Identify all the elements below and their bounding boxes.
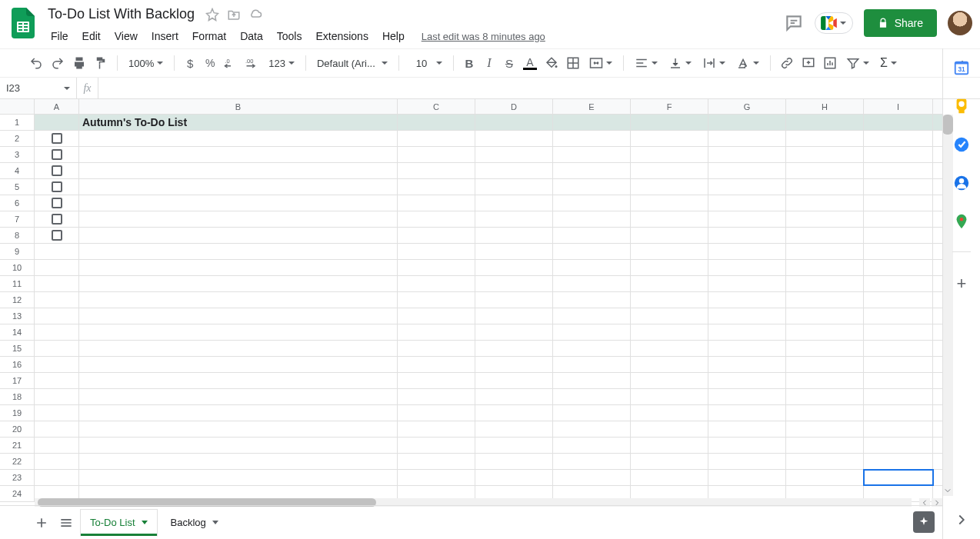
horizontal-align-dropdown[interactable] [630,56,662,70]
share-button[interactable]: Share [864,9,937,37]
menu-tools[interactable]: Tools [271,27,308,45]
cell[interactable] [553,324,631,340]
cell[interactable] [708,324,786,340]
cell[interactable] [786,357,864,372]
text-rotation-dropdown[interactable] [732,56,764,70]
cell[interactable] [398,405,475,421]
column-header-h[interactable]: H [786,99,864,114]
column-header-c[interactable]: C [398,99,475,114]
cell[interactable] [864,211,933,227]
cell[interactable] [631,389,708,404]
cell[interactable] [35,163,79,178]
cell[interactable] [553,260,631,275]
cell[interactable] [708,211,786,227]
cell[interactable] [79,438,398,453]
more-formats-dropdown[interactable]: 123 [264,58,299,69]
cell[interactable] [475,308,553,324]
cell[interactable] [708,260,786,275]
select-all-corner[interactable] [0,99,35,114]
cell[interactable] [553,470,631,485]
cell[interactable] [708,115,786,130]
cell[interactable] [631,470,708,485]
cell[interactable] [864,195,933,211]
avatar[interactable] [948,11,972,35]
cell[interactable] [708,389,786,404]
checkbox[interactable] [52,198,62,208]
sheet-tab[interactable]: To-Do List [80,509,158,537]
last-edit-link[interactable]: Last edit was 8 minutes ago [422,31,545,42]
checkbox[interactable] [52,230,62,241]
cell[interactable] [475,147,553,162]
cell[interactable] [708,357,786,372]
row-header[interactable]: 8 [0,228,35,243]
cell[interactable] [708,195,786,211]
checkbox[interactable] [52,133,62,144]
cell[interactable] [631,195,708,211]
cell[interactable] [553,228,631,243]
cell[interactable] [79,373,398,388]
cell[interactable] [79,228,398,243]
cell[interactable] [708,228,786,243]
cell[interactable] [475,228,553,243]
cell[interactable] [35,421,79,437]
cell[interactable] [864,405,933,421]
menu-format[interactable]: Format [186,27,232,45]
cell[interactable] [553,454,631,469]
insert-chart-button[interactable] [820,54,840,72]
row-header[interactable]: 20 [0,421,35,437]
cell[interactable] [786,470,864,485]
row-header[interactable]: 21 [0,438,35,453]
cell[interactable] [786,131,864,146]
cell[interactable] [35,454,79,469]
undo-button[interactable] [26,54,46,72]
cell[interactable] [708,147,786,162]
cell[interactable] [553,163,631,178]
cell[interactable] [864,341,933,356]
cell[interactable] [553,195,631,211]
cell[interactable] [35,373,79,388]
strikethrough-button[interactable]: S [500,54,518,72]
cell[interactable] [786,179,864,195]
cell[interactable] [631,438,708,453]
cell[interactable] [35,292,79,308]
bold-button[interactable]: B [460,54,478,72]
sheets-logo[interactable] [8,8,38,38]
cell[interactable] [475,195,553,211]
cell[interactable] [864,292,933,308]
cell[interactable] [553,211,631,227]
column-header-g[interactable]: G [708,99,786,114]
row-header[interactable]: 14 [0,324,35,340]
column-header-e[interactable]: E [553,99,631,114]
star-icon[interactable] [205,8,219,22]
maps-icon[interactable] [953,213,970,230]
cell[interactable] [35,147,79,162]
cell[interactable] [398,373,475,388]
cell[interactable] [398,421,475,437]
menu-data[interactable]: Data [234,27,269,45]
cell[interactable] [79,260,398,275]
redo-button[interactable] [48,54,68,72]
row-header[interactable]: 4 [0,163,35,178]
cell[interactable] [553,421,631,437]
cell[interactable] [553,389,631,404]
font-family-dropdown[interactable]: Default (Ari... [312,58,392,69]
chevron-down-icon[interactable] [142,521,148,524]
font-size-dropdown[interactable]: 10 [405,58,447,69]
cell[interactable] [631,308,708,324]
cell[interactable] [631,244,708,259]
cell[interactable] [864,308,933,324]
tasks-icon[interactable] [953,136,970,153]
cell[interactable] [398,228,475,243]
cell[interactable] [35,276,79,291]
comment-history-icon[interactable] [784,13,804,33]
cell[interactable] [864,244,933,259]
cell[interactable] [864,115,933,130]
cell[interactable] [864,276,933,291]
cell[interactable] [786,163,864,178]
cell[interactable] [475,211,553,227]
cell[interactable] [398,260,475,275]
row-header[interactable]: 5 [0,179,35,195]
increase-decimal-button[interactable]: .00 [242,54,262,72]
cell[interactable] [398,131,475,146]
text-wrap-dropdown[interactable] [698,56,730,70]
